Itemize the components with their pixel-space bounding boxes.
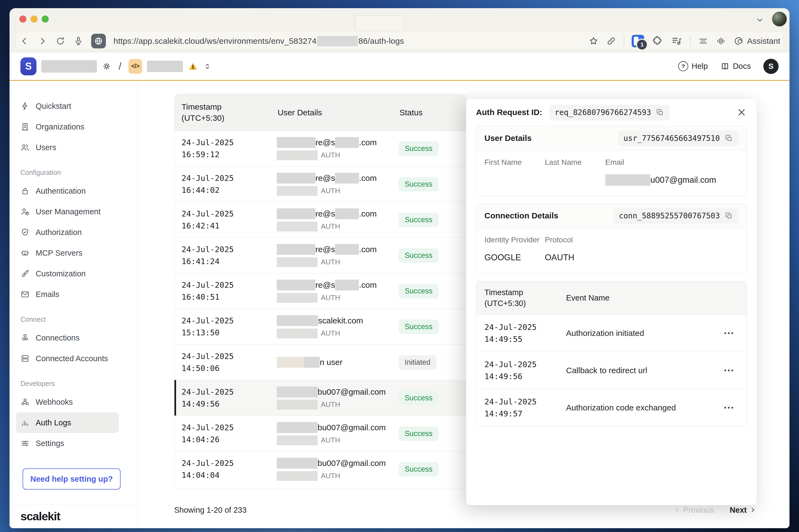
next-page-button[interactable]: Next [730, 506, 757, 515]
previous-page-button[interactable]: Previous [673, 506, 714, 515]
status-badge: Success [399, 320, 439, 334]
reload-button[interactable] [55, 36, 66, 46]
equalizer-icon[interactable] [716, 36, 726, 46]
close-panel-button[interactable] [736, 107, 747, 118]
sidebar-item-quickstart[interactable]: Quickstart [10, 96, 137, 116]
extensions-icon[interactable] [651, 35, 664, 47]
text-fragment: re@s [315, 138, 335, 147]
sidebar-item-connected-accounts[interactable]: Connected Accounts [10, 348, 137, 369]
password-manager-extension-icon[interactable]: 1 [632, 35, 644, 47]
log-user-line1: re@s.com [277, 137, 392, 148]
chevron-down-icon[interactable] [755, 15, 765, 25]
stack-icon [20, 354, 30, 363]
event-menu-button[interactable] [722, 364, 735, 377]
assistant-button[interactable]: Assistant [733, 36, 780, 46]
sidebar-item-authentication[interactable]: Authentication [10, 180, 137, 201]
connection-details-card-header: Connection Details conn_5889525570076750… [476, 204, 747, 228]
sidebar-item-authorization[interactable]: Authorization [10, 222, 137, 243]
workspace-settings-gear-icon[interactable] [102, 61, 112, 71]
forward-button[interactable] [37, 36, 48, 46]
need-help-button[interactable]: Need help setting up? [23, 468, 120, 490]
log-row[interactable]: 24-Jul-202516:41:24re@s.comAUTHSuccess [174, 238, 466, 273]
log-row[interactable]: 24-Jul-202516:44:02re@s.comAUTHSuccess [174, 166, 466, 202]
text-fragment: re@s [315, 209, 335, 218]
field-first-name: First Name [484, 158, 545, 186]
user-avatar[interactable]: S [763, 59, 779, 74]
field-label: Protocol [545, 235, 605, 244]
sidebar-item-label: Customization [36, 269, 86, 278]
log-row[interactable]: 24-Jul-202516:59:12re@s.comAUTHSuccess [174, 131, 466, 166]
log-user-line1: re@s.com [277, 244, 392, 255]
event-menu-button[interactable] [722, 401, 735, 414]
field-protocol: ProtocolOAUTH [545, 235, 605, 263]
log-row[interactable]: 24-Jul-202516:40:51re@s.comAUTHSuccess [174, 273, 466, 309]
copy-link-icon[interactable] [606, 36, 616, 46]
sidebar-item-emails[interactable]: Emails [10, 284, 137, 305]
microphone-icon[interactable] [73, 36, 83, 46]
log-timestamp-time: 16:40:51 [182, 291, 271, 303]
minimize-window-button[interactable] [31, 16, 38, 23]
chevron-right-icon [749, 506, 757, 514]
column-header-timestamp: Timestamp (UTC+5:30) [174, 101, 271, 124]
browser-profile-avatar[interactable] [772, 12, 787, 26]
text-fragment: .com [359, 209, 377, 218]
field-label: Email [605, 158, 716, 167]
sidebar-item-webhooks[interactable]: Webhooks [10, 392, 137, 412]
status-badge: Success [399, 141, 439, 156]
menu-icon[interactable] [698, 36, 708, 46]
redacted-text [277, 222, 318, 231]
close-window-button[interactable] [19, 16, 26, 23]
status-badge: Success [399, 177, 439, 191]
sidebar-item-users[interactable]: Users [10, 137, 137, 158]
bookmark-icon[interactable] [588, 36, 599, 46]
field-label: Last Name [545, 158, 605, 167]
log-row[interactable]: 24-Jul-202515:13:50scalekit.comAUTHSucce… [174, 309, 466, 344]
zoom-window-button[interactable] [42, 16, 49, 23]
log-row[interactable]: 24-Jul-202514:50:06n userInitiated [174, 344, 466, 380]
text-fragment: AUTH [321, 472, 340, 480]
log-timestamp-date: 24-Jul-2025 [182, 350, 271, 362]
sidebar-footer: scalekit [10, 504, 137, 528]
media-playlist-icon[interactable] [671, 35, 683, 47]
field-identity-provider: Identity ProviderGOOGLE [484, 235, 545, 263]
status-badge: Success [399, 284, 439, 298]
help-button[interactable]: ? Help [678, 61, 708, 71]
toolbar-divider [624, 36, 624, 46]
event-row: 24-Jul-202514:49:55Authorization initiat… [476, 315, 747, 352]
copy-request-id-button[interactable] [656, 108, 664, 117]
cubes-icon [20, 333, 30, 342]
event-menu-button[interactable] [722, 327, 735, 340]
sidebar-item-customization[interactable]: Customization [10, 263, 137, 284]
redacted-text [277, 150, 318, 160]
log-row[interactable]: 24-Jul-202516:42:41re@s.comAUTHSuccess [174, 202, 466, 238]
field-email: Emailu007@gmail.com [605, 158, 716, 186]
copy-connection-id-button[interactable] [725, 212, 733, 220]
help-label: Help [691, 62, 708, 71]
sidebar-item-mcp-servers[interactable]: MCP Servers [10, 243, 137, 263]
sidebar-item-settings[interactable]: Settings [10, 433, 137, 454]
log-row[interactable]: 24-Jul-202514:04:04bu007@gmail.comAUTHSu… [174, 451, 466, 487]
redacted-text [277, 257, 318, 267]
event-row: 24-Jul-202514:49:57Authorization code ex… [476, 389, 747, 426]
sidebar-item-user-management[interactable]: User Management [10, 201, 137, 222]
docs-button[interactable]: Docs [720, 62, 751, 71]
sidebar-item-connections[interactable]: Connections [10, 327, 137, 348]
back-button[interactable] [19, 36, 30, 46]
copy-user-id-button[interactable] [725, 134, 733, 142]
environment-badge[interactable]: </> [128, 59, 142, 74]
sidebar-item-organizations[interactable]: Organizations [10, 116, 137, 137]
log-row[interactable]: 24-Jul-202514:49:56bu007@gmail.comAUTHSu… [174, 380, 466, 416]
auth-request-id-value: req_82680796766274593 [555, 108, 651, 117]
events-column-timestamp: Timestamp (UTC+5:30) [476, 287, 566, 309]
redacted-text [335, 208, 359, 219]
environment-selector-chevrons-icon[interactable] [203, 62, 212, 71]
redacted-text [605, 174, 650, 186]
redacted-text [277, 137, 315, 148]
url-bar[interactable]: https://app.scalekit.cloud/ws/environmen… [113, 36, 404, 46]
workspace-avatar[interactable]: S [20, 57, 36, 75]
log-user-line1: re@s.com [277, 208, 392, 219]
log-row[interactable]: 24-Jul-202514:04:26bu007@gmail.comAUTHSu… [174, 416, 466, 451]
book-icon [720, 62, 730, 71]
redacted-text [277, 173, 315, 184]
sidebar-item-auth-logs[interactable]: Auth Logs [16, 412, 119, 433]
